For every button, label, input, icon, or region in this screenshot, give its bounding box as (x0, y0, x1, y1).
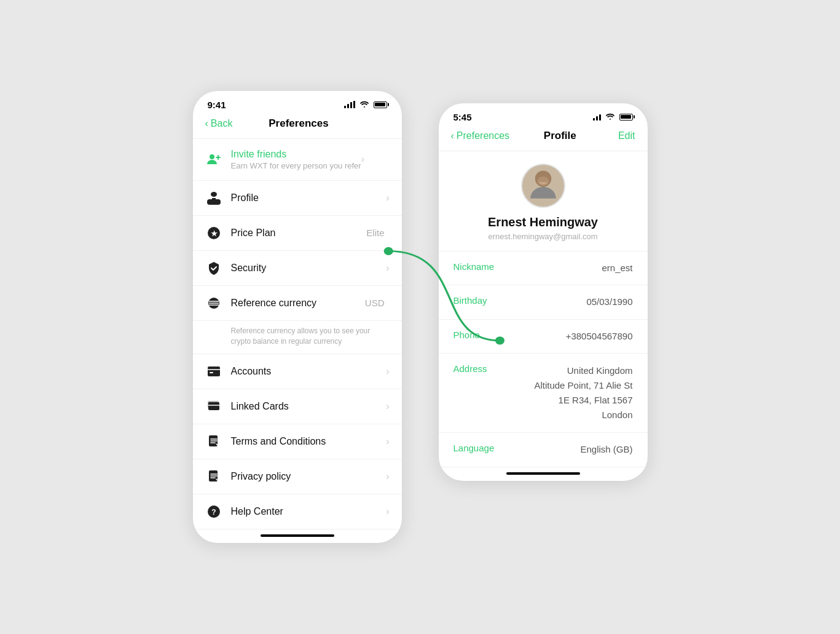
profile-field-nickname[interactable]: Nickname ern_est (439, 252, 648, 286)
accounts-label: Accounts (231, 366, 387, 377)
svg-rect-12 (210, 372, 213, 373)
invite-text: Invite friends Earn WXT for every person… (231, 149, 361, 170)
home-indicator-left (193, 529, 402, 543)
menu-section-4: ? Help Center › (193, 494, 402, 529)
menu-item-price-plan[interactable]: ★ Price Plan Elite (193, 216, 402, 251)
back-label-left: Back (211, 118, 233, 129)
invite-icon (205, 151, 222, 168)
birthday-value: 05/03/1990 (586, 295, 632, 309)
language-value: English (GB) (580, 443, 632, 457)
avatar-image (522, 164, 564, 208)
menu-item-privacy[interactable]: Privacy policy › (193, 459, 402, 494)
svg-rect-3 (211, 192, 217, 197)
profile-field-language[interactable]: Language English (GB) (439, 433, 648, 467)
accounts-chevron: › (386, 366, 389, 377)
status-bar-left: 9:41 (193, 91, 402, 115)
back-button-right[interactable]: ‹ Preferences (451, 130, 510, 141)
status-time-right: 5:45 (453, 112, 472, 122)
profile-field-address[interactable]: Address United KingdomAltitude Point, 71… (439, 354, 648, 433)
invite-title: Invite friends (231, 149, 361, 160)
signal-bars-right (593, 113, 601, 121)
phone-value: +380504567890 (566, 330, 633, 344)
help-label: Help Center (231, 506, 387, 517)
nickname-value: ern_est (602, 261, 632, 275)
profile-avatar-section: Ernest Hemingway ernest.hemingway@gmail.… (439, 151, 648, 252)
terms-label: Terms and Conditions (231, 436, 387, 447)
price-plan-icon: ★ (205, 224, 222, 242)
security-label: Security (231, 263, 387, 274)
menu-item-reference-currency[interactable]: Reference currency USD (193, 286, 402, 320)
battery-icon-right (619, 114, 633, 121)
nickname-label: Nickname (453, 261, 515, 272)
back-label-right: Preferences (457, 130, 509, 141)
invite-friends-item[interactable]: Invite friends Earn WXT for every person… (193, 139, 402, 181)
nav-title-left: Preferences (269, 117, 328, 130)
help-icon: ? (205, 503, 222, 520)
linked-cards-chevron: › (386, 401, 389, 412)
privacy-label: Privacy policy (231, 471, 387, 482)
profile-email: ernest.hemingway@gmail.com (489, 232, 598, 241)
menu-section-2: Accounts › Linked Cards › (193, 354, 402, 424)
home-indicator-right (439, 467, 648, 481)
terms-icon (205, 433, 222, 450)
linked-cards-icon (205, 398, 222, 415)
status-time-left: 9:41 (208, 100, 226, 110)
menu-item-accounts[interactable]: Accounts › (193, 354, 402, 389)
signal-bars-left (344, 101, 355, 108)
scene: 9:41 ‹ Back Preferences (168, 54, 672, 581)
invite-subtitle: Earn WXT for every person you refer (231, 161, 361, 170)
invite-chevron: › (361, 154, 364, 165)
svg-text:?: ? (211, 508, 216, 517)
profile-field-birthday[interactable]: Birthday 05/03/1990 (439, 285, 648, 320)
svg-point-0 (210, 154, 214, 159)
status-icons-right (593, 113, 633, 122)
back-chevron-right: ‹ (451, 130, 454, 141)
language-label: Language (453, 443, 515, 453)
birthday-label: Birthday (453, 295, 515, 306)
menu-item-security[interactable]: Security › (193, 251, 402, 286)
status-bar-right: 5:45 (439, 103, 648, 127)
terms-chevron: › (386, 436, 389, 447)
right-phone: 5:45 ‹ Preferences Profile Edit (439, 103, 648, 481)
address-value: United KingdomAltitude Point, 71 Alie St… (534, 363, 632, 422)
profile-label: Profile (231, 192, 387, 204)
back-button-left[interactable]: ‹ Back (205, 118, 233, 129)
svg-rect-10 (208, 367, 220, 376)
battery-icon-left (374, 101, 387, 108)
edit-button[interactable]: Edit (611, 130, 635, 141)
menu-item-help[interactable]: ? Help Center › (193, 494, 402, 529)
wifi-icon-right (605, 113, 615, 122)
profile-field-phone[interactable]: Phone +380504567890 (439, 320, 648, 354)
accounts-icon (205, 363, 222, 380)
menu-item-linked-cards[interactable]: Linked Cards › (193, 389, 402, 424)
menu-item-terms[interactable]: Terms and Conditions › (193, 424, 402, 459)
price-plan-label: Price Plan (231, 228, 367, 239)
profile-name: Ernest Hemingway (488, 215, 598, 229)
svg-text:★: ★ (210, 229, 217, 237)
price-plan-value: Elite (366, 228, 384, 238)
ref-currency-label: Reference currency (231, 298, 365, 309)
privacy-icon (205, 468, 222, 485)
linked-cards-label: Linked Cards (231, 401, 387, 412)
svg-rect-15 (208, 402, 219, 410)
menu-section-3: Terms and Conditions › Privacy policy › (193, 424, 402, 494)
nav-header-left: ‹ Back Preferences (193, 115, 402, 139)
security-icon (205, 260, 222, 277)
currency-description: Reference currency allows you to see you… (193, 321, 402, 355)
phone-label: Phone (453, 330, 515, 340)
avatar (521, 164, 565, 208)
profile-icon (205, 189, 222, 207)
address-label: Address (453, 363, 515, 374)
help-chevron: › (386, 506, 389, 517)
menu-item-profile[interactable]: Profile › (193, 181, 402, 216)
reference-currency-icon (205, 295, 222, 312)
security-chevron: › (386, 263, 389, 274)
ref-currency-value: USD (365, 298, 385, 308)
nav-title-right: Profile (544, 130, 576, 142)
left-phone: 9:41 ‹ Back Preferences (193, 91, 402, 544)
back-chevron-left: ‹ (205, 118, 208, 129)
status-icons-left (344, 100, 387, 109)
menu-section-1: Profile › ★ Price Plan Elite (193, 181, 402, 321)
privacy-chevron: › (386, 471, 389, 482)
wifi-icon-left (359, 100, 369, 109)
